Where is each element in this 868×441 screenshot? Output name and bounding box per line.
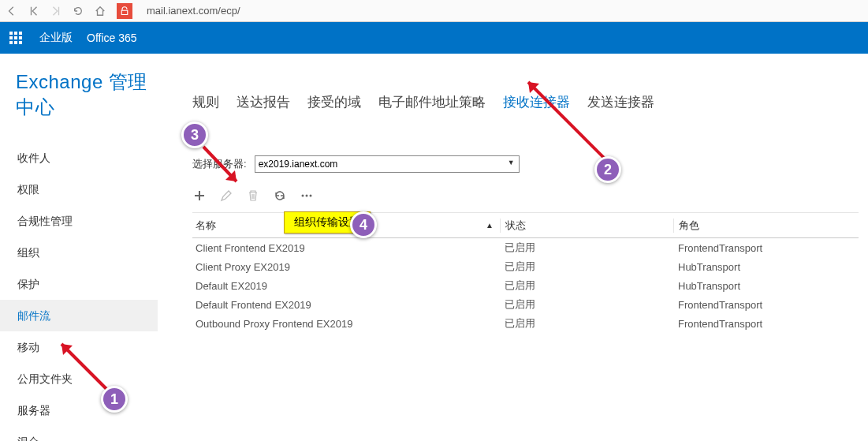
content-pane: 规则 送达报告 接受的域 电子邮件地址策略 接收连接器 发送连接器 选择服务器:… (158, 54, 868, 441)
cell-status: 已启用 (500, 260, 673, 274)
refresh-icon[interactable] (73, 6, 84, 17)
more-button[interactable] (300, 189, 314, 203)
cell-role: FrontendTransport (673, 299, 859, 311)
site-identity-icon[interactable] (117, 3, 132, 19)
cell-status: 已启用 (500, 297, 673, 312)
svg-point-0 (302, 195, 304, 197)
tab-domains[interactable]: 接受的域 (307, 93, 361, 111)
sidebar-item-organization[interactable]: 组织 (16, 237, 158, 268)
callout-2: 2 (594, 156, 621, 183)
edition-label: 企业版 (39, 31, 73, 45)
table-row[interactable]: Client Frontend EX2019已启用FrontendTranspo… (192, 238, 859, 257)
table-row[interactable]: Default Frontend EX2019已启用FrontendTransp… (192, 295, 859, 314)
cell-name: Default EX2019 (192, 280, 500, 292)
tab-emailpolicy[interactable]: 电子邮件地址策略 (378, 93, 486, 111)
address-bar[interactable]: mail.ianext.com/ecp/ (143, 5, 862, 17)
sidebar-item-recipients[interactable]: 收件人 (16, 142, 158, 174)
sidebar-item-permissions[interactable]: 权限 (16, 174, 158, 205)
callout-3: 3 (181, 121, 208, 148)
app-launcher-icon[interactable] (6, 28, 25, 47)
svg-point-1 (306, 195, 308, 197)
arrow-2 (512, 66, 615, 169)
svg-line-7 (61, 344, 107, 390)
cell-status: 已启用 (500, 241, 673, 255)
suite-header: 企业版 Office 365 (0, 22, 868, 54)
grid-toolbar (192, 189, 859, 203)
table-row[interactable]: Client Proxy EX2019已启用HubTransport (192, 257, 859, 276)
page-title: Exchange 管理中心 (16, 69, 158, 120)
last-icon[interactable] (50, 6, 61, 17)
arrow-3 (196, 140, 251, 196)
sidebar-item-mailflow[interactable]: 邮件流 (0, 300, 158, 331)
cell-role: FrontendTransport (673, 318, 859, 330)
svg-line-3 (528, 82, 605, 159)
first-icon[interactable] (28, 6, 39, 17)
cell-name: Client Proxy EX2019 (192, 261, 500, 273)
cell-role: FrontendTransport (673, 242, 859, 254)
server-select[interactable] (255, 155, 520, 173)
col-header-status[interactable]: 状态 (500, 219, 673, 233)
table-row[interactable]: Default EX2019已启用HubTransport (192, 276, 859, 295)
cell-role: HubTransport (673, 280, 859, 292)
cell-name: Default Frontend EX2019 (192, 299, 500, 311)
cell-name: Outbound Proxy Frontend EX2019 (192, 318, 500, 330)
product-label: Office 365 (87, 32, 137, 44)
sidebar-item-hybrid[interactable]: 混合 (16, 426, 158, 441)
sidebar-item-protection[interactable]: 保护 (16, 268, 158, 300)
callout-4: 4 (350, 211, 377, 238)
browser-toolbar: mail.ianext.com/ecp/ (0, 0, 868, 22)
cell-status: 已启用 (500, 278, 673, 293)
svg-point-2 (310, 195, 312, 197)
col-header-name-label: 名称 (196, 219, 216, 233)
sidebar-item-compliance[interactable]: 合规性管理 (16, 205, 158, 237)
sort-asc-icon: ▲ (486, 221, 494, 230)
table-row[interactable]: Outbound Proxy Frontend EX2019已启用Fronten… (192, 314, 859, 333)
col-header-role[interactable]: 角色 (673, 219, 859, 233)
back-icon[interactable] (6, 6, 17, 17)
tab-rules[interactable]: 规则 (192, 93, 219, 111)
cell-role: HubTransport (673, 261, 859, 273)
refresh-button[interactable] (273, 189, 287, 203)
tab-delivery[interactable]: 送达报告 (237, 93, 290, 111)
home-icon[interactable] (95, 6, 106, 17)
callout-1: 1 (101, 386, 128, 413)
cell-status: 已启用 (500, 316, 673, 331)
cell-name: Client Frontend EX2019 (192, 242, 500, 254)
